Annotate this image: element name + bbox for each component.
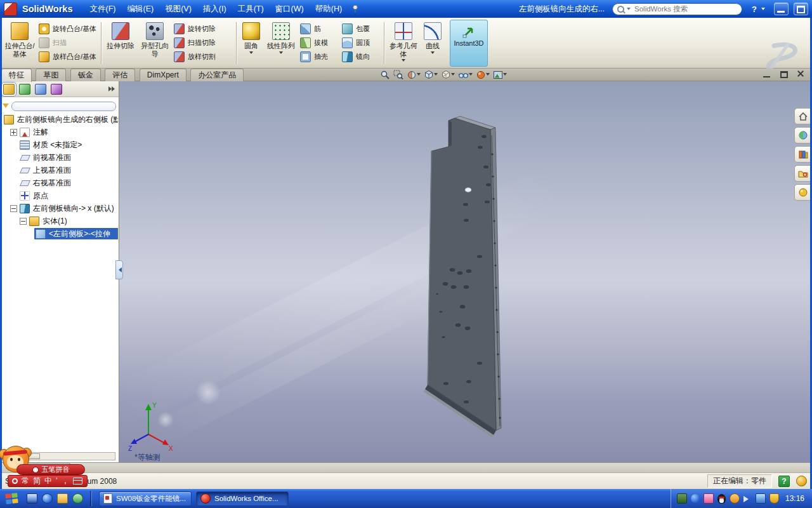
menu-tools[interactable]: 工具(T) xyxy=(233,2,268,17)
quick-launch-browser-icon[interactable] xyxy=(42,493,53,504)
task-button-solidworks[interactable]: SolidWorks Office... xyxy=(196,491,289,506)
dimxpert-manager-tab[interactable] xyxy=(51,84,62,95)
edit-appearance-caret-icon[interactable] xyxy=(486,73,490,77)
display-style-button[interactable] xyxy=(440,69,455,80)
ime-punct-comma[interactable]: ， xyxy=(62,475,69,487)
search-scope-caret-icon[interactable] xyxy=(627,8,631,12)
edit-appearance-button[interactable] xyxy=(475,69,490,80)
tree-item-part-root[interactable]: 左前侧板镜向生成的右侧板 (默 xyxy=(1,113,118,126)
apply-scene-button[interactable] xyxy=(492,69,508,80)
ime-settings-icon[interactable] xyxy=(12,478,18,484)
search-box[interactable] xyxy=(612,3,742,15)
section-view-caret-icon[interactable] xyxy=(417,73,421,77)
linear-pattern-caret-icon[interactable] xyxy=(279,51,283,56)
help-caret-icon[interactable] xyxy=(761,8,765,12)
quick-launch-folder-icon[interactable] xyxy=(57,493,68,504)
zoom-area-button[interactable] xyxy=(393,69,404,80)
window-minimize-button[interactable] xyxy=(774,3,789,15)
menu-window[interactable]: 窗口(W) xyxy=(271,2,308,17)
menu-help[interactable]: 帮助(H) xyxy=(311,2,346,17)
mirror-button[interactable]: 镜向 xyxy=(340,50,382,64)
start-button[interactable] xyxy=(5,493,19,505)
taskpane-file-explorer-button[interactable] xyxy=(794,165,811,182)
reference-geometry-caret-icon[interactable] xyxy=(402,59,405,64)
quick-launch-desktop-icon[interactable] xyxy=(27,493,37,504)
tree-item-mirror-feature[interactable]: 左前侧板镜向-> x (默认) xyxy=(1,202,118,215)
tab-sketch[interactable]: 草图 xyxy=(36,69,66,81)
quick-tips-button[interactable]: ? xyxy=(778,476,790,487)
tree-item-annotations[interactable]: 注解 xyxy=(1,126,118,138)
window-restore-button[interactable] xyxy=(794,3,808,15)
tray-ime-icon[interactable] xyxy=(677,493,687,504)
tray-network-icon[interactable] xyxy=(756,493,766,504)
view-orientation-caret-icon[interactable] xyxy=(434,73,438,77)
ime-punct-quote[interactable]: ’ xyxy=(56,475,58,487)
hole-wizard-button[interactable]: 异型孔向导 xyxy=(138,20,172,67)
extruded-boss-button[interactable]: 拉伸凸台/基体 xyxy=(3,20,37,67)
tray-update-shield-icon[interactable] xyxy=(769,493,779,504)
document-minimize-button[interactable] xyxy=(762,70,771,78)
pin-icon[interactable] xyxy=(351,4,359,13)
ime-mode-full[interactable]: 常 xyxy=(22,475,29,487)
tree-item-solid-bodies[interactable]: 实体(1) xyxy=(1,215,118,227)
tree-item-origin[interactable]: 原点 xyxy=(1,189,118,202)
tray-volume-icon[interactable] xyxy=(743,496,752,502)
panel-collapse-arrow[interactable] xyxy=(115,260,123,279)
rib-button[interactable]: 筋 xyxy=(298,22,340,36)
search-input[interactable] xyxy=(633,4,737,13)
hide-show-caret-icon[interactable] xyxy=(469,73,473,77)
lofted-boss-button[interactable]: 放样凸台/基体 xyxy=(37,50,99,64)
expand-icon[interactable] xyxy=(10,129,17,136)
tab-office-products[interactable]: 办公室产品 xyxy=(190,69,244,81)
revolved-boss-button[interactable]: 旋转凸台/基体 xyxy=(37,22,99,36)
help-menu-button[interactable]: ? xyxy=(750,4,759,14)
collapse-icon[interactable] xyxy=(10,205,17,212)
tree-item-front-plane[interactable]: 前视基准面 xyxy=(1,151,118,164)
menu-edit[interactable]: 编辑(E) xyxy=(122,2,158,17)
collapse-icon[interactable] xyxy=(20,218,27,225)
apply-scene-caret-icon[interactable] xyxy=(503,73,507,77)
taskpane-home-button[interactable] xyxy=(794,108,811,124)
property-manager-tab[interactable] xyxy=(19,84,30,95)
taskbar-clock[interactable]: 13:16 xyxy=(785,494,804,503)
ime-mode-simplified[interactable]: 简 xyxy=(33,475,41,487)
shell-button[interactable]: 抽壳 xyxy=(298,50,340,64)
tree-item-body-selected[interactable]: <左前侧板>-<拉伸 xyxy=(1,227,118,240)
dome-button[interactable]: 圆顶 xyxy=(340,36,382,50)
swept-cut-button[interactable]: 扫描切除 xyxy=(172,36,234,50)
tree-filter-input[interactable] xyxy=(11,102,116,111)
ime-name-pill[interactable]: 五笔拼音 xyxy=(16,464,85,475)
taskpane-design-library-button[interactable] xyxy=(794,146,811,163)
view-orientation-button[interactable] xyxy=(423,69,438,80)
revolved-cut-button[interactable]: 旋转切除 xyxy=(172,22,234,36)
linear-pattern-button[interactable]: 线性阵列 xyxy=(264,20,298,67)
task-button-document[interactable]: SW08钣金零件能镜... xyxy=(99,491,192,506)
tree-item-right-plane[interactable]: 右视基准面 xyxy=(1,177,118,189)
fillet-caret-icon[interactable] xyxy=(249,51,253,56)
ime-keyboard-icon[interactable] xyxy=(73,478,82,485)
zoom-fit-button[interactable] xyxy=(379,69,391,80)
tree-item-top-plane[interactable]: 上视基准面 xyxy=(1,164,118,177)
document-close-button[interactable] xyxy=(796,70,806,78)
panel-overflow-chevron-icon[interactable] xyxy=(108,86,115,92)
tab-sheet-metal[interactable]: 钣金 xyxy=(70,69,101,81)
taskpane-resources-button[interactable] xyxy=(794,127,811,144)
configuration-manager-tab[interactable] xyxy=(35,84,46,95)
section-view-button[interactable] xyxy=(406,69,421,80)
menu-view[interactable]: 视图(V) xyxy=(160,2,196,17)
sweep-button[interactable]: 扫描 xyxy=(37,36,99,50)
wrap-button[interactable]: 包覆 xyxy=(340,22,382,36)
sheet-metal-part[interactable] xyxy=(119,81,812,462)
display-style-caret-icon[interactable] xyxy=(451,73,455,77)
hide-show-items-button[interactable] xyxy=(457,69,473,80)
status-gold-icon[interactable] xyxy=(796,476,807,486)
feature-manager-tree-tab[interactable] xyxy=(3,84,15,95)
fillet-button[interactable]: 圆角 xyxy=(239,20,264,67)
lofted-cut-button[interactable]: 放样切割 xyxy=(172,50,234,64)
selected-tree-item[interactable]: <左前侧板>-<拉伸 xyxy=(34,228,118,239)
ime-mode-chinese[interactable]: 中 xyxy=(44,475,52,487)
tray-messenger-icon[interactable] xyxy=(704,493,714,504)
taskpane-appearances-button[interactable] xyxy=(794,184,811,201)
tab-evaluate[interactable]: 评估 xyxy=(105,69,135,81)
tree-item-material[interactable]: 材质 <未指定> xyxy=(1,138,118,151)
